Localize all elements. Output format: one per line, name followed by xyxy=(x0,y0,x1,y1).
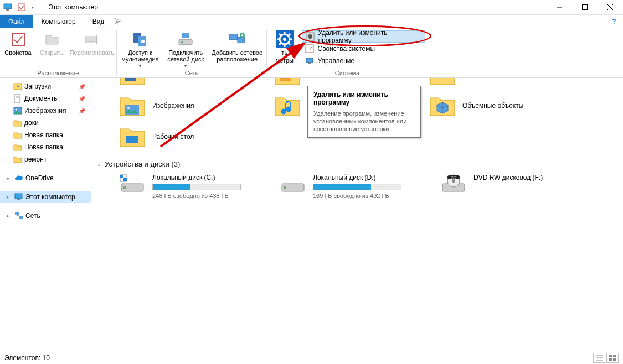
system-properties-button[interactable]: Свойства системы xyxy=(302,43,425,55)
svg-rect-1 xyxy=(6,9,9,11)
nav-pictures[interactable]: Изображения 📌 xyxy=(0,105,91,117)
svg-point-21 xyxy=(283,38,286,41)
svg-rect-4 xyxy=(583,5,588,10)
network-icon xyxy=(14,211,23,220)
manage-icon xyxy=(305,56,314,65)
tab-file[interactable]: Файл xyxy=(0,15,33,28)
svg-point-40 xyxy=(16,109,17,111)
svg-rect-16 xyxy=(229,34,238,40)
svg-rect-44 xyxy=(19,216,23,219)
nav-doki[interactable]: доки xyxy=(0,117,91,129)
open-icon xyxy=(43,30,61,48)
rename-icon xyxy=(83,30,101,48)
svg-rect-34 xyxy=(308,63,311,64)
folder-3d-objects[interactable]: Объемные объекты xyxy=(429,92,551,119)
dvd-drive-icon: DVD xyxy=(440,174,467,194)
svg-line-29 xyxy=(289,34,290,35)
svg-line-28 xyxy=(279,43,281,45)
ribbon-tabs: Файл Компьютер Вид ⮚ ? xyxy=(0,15,623,28)
uninstall-change-button[interactable]: Удалить или изменить программу xyxy=(302,30,425,43)
svg-line-27 xyxy=(289,43,290,45)
open-settings-button[interactable]: ть метры xyxy=(269,29,300,64)
section-devices-drives[interactable]: ⌄ Устройства и диски (3) xyxy=(97,150,617,174)
system-props-icon xyxy=(305,44,314,53)
drive-c-free: 248 ГБ свободно из 438 ГБ xyxy=(152,193,241,199)
folder-icon xyxy=(429,78,456,88)
nav-this-pc-label: Этот компьютер xyxy=(25,193,75,201)
tab-computer[interactable]: Компьютер xyxy=(33,15,84,28)
folder-icon xyxy=(13,131,22,139)
media-access-label: Доступ к мультимедиа xyxy=(119,49,161,63)
open-button: Открыть xyxy=(36,29,68,56)
map-drive-button[interactable]: Подключить сетевой диск ▾ xyxy=(163,29,208,69)
chevron-right-icon: ▸ xyxy=(7,213,12,219)
folder-icon xyxy=(13,143,22,152)
drive-dvd[interactable]: DVD DVD RW дисковод (F:) xyxy=(440,174,562,199)
folder-tile-partial-1[interactable] xyxy=(119,78,241,88)
ribbon-expand-icon[interactable]: ⮚ xyxy=(112,15,123,28)
navigation-pane: Загрузки 📌 Документы 📌 Изображения 📌 док… xyxy=(0,78,91,349)
nav-new-folder-2[interactable]: Новая папка xyxy=(0,141,91,153)
dropdown-caret-icon: ▾ xyxy=(184,64,187,69)
svg-rect-0 xyxy=(4,4,12,9)
dropdown-caret-icon: ▾ xyxy=(139,64,141,69)
nav-onedrive[interactable]: ▸ OneDrive xyxy=(0,172,91,184)
tab-view[interactable]: Вид xyxy=(84,15,113,28)
nav-downloads[interactable]: Загрузки 📌 xyxy=(0,80,91,92)
svg-point-60 xyxy=(452,179,455,183)
chevron-down-icon: ⌄ xyxy=(97,161,101,167)
view-large-icons-button[interactable] xyxy=(606,353,619,363)
svg-rect-54 xyxy=(120,175,123,178)
open-settings-label-top: ть xyxy=(281,49,287,56)
add-net-location-button[interactable]: Добавить сетевое расположение xyxy=(210,29,264,63)
nav-onedrive-label: OneDrive xyxy=(25,174,54,182)
pin-icon: 📌 xyxy=(79,84,85,90)
svg-rect-67 xyxy=(613,355,616,357)
svg-rect-46 xyxy=(125,78,136,81)
nav-this-pc[interactable]: ▸ Этот компьютер xyxy=(0,191,91,203)
pin-icon: 📌 xyxy=(79,96,85,102)
documents-icon xyxy=(13,94,22,103)
qat-dropdown-icon[interactable]: ▾ xyxy=(30,2,35,12)
this-pc-icon xyxy=(3,2,13,12)
svg-line-45 xyxy=(17,215,21,216)
drive-d-name: Локальный диск (D:) xyxy=(313,174,401,181)
nav-new-folder-1[interactable]: Новая папка xyxy=(0,129,91,141)
minimize-button[interactable] xyxy=(547,0,572,15)
drive-d-bar xyxy=(313,184,401,190)
qat-properties-icon[interactable] xyxy=(17,2,27,12)
content-pane: Изображения Музыка Объемные объекты Рабо… xyxy=(91,78,623,349)
chevron-right-icon: ▸ xyxy=(7,175,12,181)
nav-downloads-label: Загрузки xyxy=(24,82,51,90)
properties-button[interactable]: Свойства xyxy=(2,29,34,56)
nav-network[interactable]: ▸ Сеть xyxy=(0,210,91,222)
drive-d[interactable]: Локальный диск (D:) 169 ГБ свободно из 4… xyxy=(280,174,401,199)
folder-icon xyxy=(274,78,301,88)
svg-rect-41 xyxy=(15,194,22,199)
svg-rect-66 xyxy=(609,355,612,357)
nav-repair[interactable]: ремонт xyxy=(0,153,91,165)
uninstall-change-label: Удалить или изменить программу xyxy=(318,29,421,44)
svg-rect-17 xyxy=(238,37,245,43)
folder-tile-partial-3[interactable] xyxy=(429,78,551,88)
view-details-button[interactable] xyxy=(593,353,605,363)
nav-documents[interactable]: Документы 📌 xyxy=(0,92,91,105)
help-button[interactable]: ? xyxy=(609,15,620,28)
folder-pictures[interactable]: Изображения xyxy=(119,92,241,119)
settings-gear-icon xyxy=(276,30,294,48)
folder-desktop[interactable]: Рабочий стол xyxy=(119,123,241,150)
close-button[interactable] xyxy=(598,0,623,15)
svg-rect-69 xyxy=(613,358,616,361)
ribbon-group-system: ть метры Удалить или изменить программу … xyxy=(267,28,428,77)
pictures-folder-icon xyxy=(119,92,146,119)
media-access-button[interactable]: Доступ к мультимедиа ▾ xyxy=(119,29,161,69)
add-net-location-icon xyxy=(228,30,246,48)
media-access-icon xyxy=(131,30,149,48)
svg-rect-43 xyxy=(15,212,19,215)
downloads-icon xyxy=(13,82,22,91)
drive-c[interactable]: Локальный диск (C:) 248 ГБ свободно из 4… xyxy=(119,174,241,199)
map-drive-label: Подключить сетевой диск xyxy=(163,49,208,63)
manage-button[interactable]: Управление xyxy=(302,55,425,67)
maximize-button[interactable] xyxy=(572,0,598,15)
drive-icon xyxy=(280,174,306,194)
